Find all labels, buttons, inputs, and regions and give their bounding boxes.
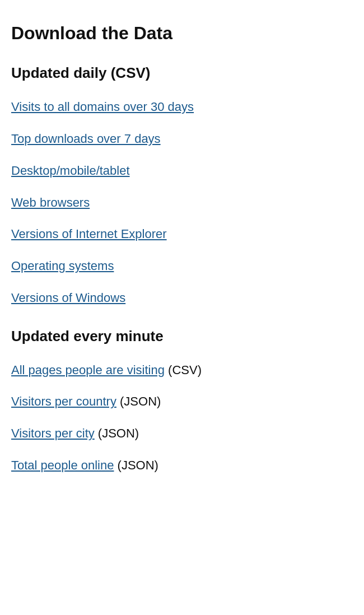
section-minute-heading: Updated every minute bbox=[11, 327, 353, 346]
visitors-per-city-link[interactable]: Visitors per city bbox=[11, 426, 95, 440]
list-item: Desktop/mobile/tablet bbox=[11, 162, 353, 180]
list-item: Top downloads over 7 days bbox=[11, 131, 353, 148]
all-pages-visiting-link[interactable]: All pages people are visiting bbox=[11, 363, 165, 377]
all-pages-format-label: (CSV) bbox=[165, 363, 202, 377]
section-minute: Updated every minute All pages people ar… bbox=[11, 327, 353, 474]
visitors-per-country-link[interactable]: Visitors per country bbox=[11, 394, 116, 408]
versions-windows-link[interactable]: Versions of Windows bbox=[11, 291, 125, 305]
list-item: Visits to all domains over 30 days bbox=[11, 99, 353, 116]
versions-ie-link[interactable]: Versions of Internet Explorer bbox=[11, 227, 167, 241]
visitors-country-format-label: (JSON) bbox=[116, 394, 161, 408]
list-item: Visitors per city (JSON) bbox=[11, 425, 353, 442]
list-item: Versions of Windows bbox=[11, 290, 353, 307]
minute-link-list: All pages people are visiting (CSV) Visi… bbox=[11, 362, 353, 474]
top-downloads-link[interactable]: Top downloads over 7 days bbox=[11, 132, 161, 146]
total-people-online-link[interactable]: Total people online bbox=[11, 458, 114, 472]
web-browsers-link[interactable]: Web browsers bbox=[11, 195, 90, 209]
desktop-mobile-tablet-link[interactable]: Desktop/mobile/tablet bbox=[11, 164, 130, 178]
visitors-city-format-label: (JSON) bbox=[95, 426, 139, 440]
list-item: All pages people are visiting (CSV) bbox=[11, 362, 353, 379]
list-item: Operating systems bbox=[11, 258, 353, 275]
page-title: Download the Data bbox=[11, 22, 353, 44]
section-daily: Updated daily (CSV) Visits to all domain… bbox=[11, 64, 353, 306]
list-item: Web browsers bbox=[11, 194, 353, 212]
list-item: Total people online (JSON) bbox=[11, 457, 353, 474]
list-item: Visitors per country (JSON) bbox=[11, 393, 353, 411]
visits-all-domains-link[interactable]: Visits to all domains over 30 days bbox=[11, 100, 194, 114]
daily-link-list: Visits to all domains over 30 days Top d… bbox=[11, 99, 353, 307]
list-item: Versions of Internet Explorer bbox=[11, 226, 353, 243]
operating-systems-link[interactable]: Operating systems bbox=[11, 259, 114, 273]
total-people-format-label: (JSON) bbox=[114, 458, 158, 472]
section-daily-heading: Updated daily (CSV) bbox=[11, 64, 353, 83]
